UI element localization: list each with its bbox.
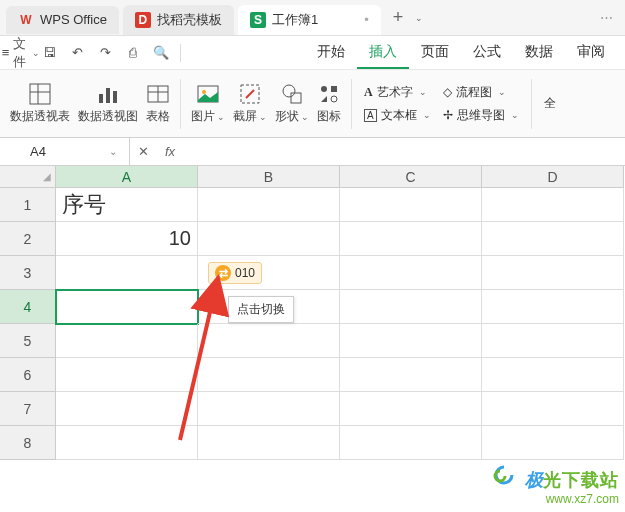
tab-review[interactable]: 审阅	[565, 37, 617, 69]
tab-close-icon[interactable]: •	[364, 12, 369, 27]
cell-D7[interactable]	[482, 392, 624, 426]
cell-A5[interactable]	[56, 324, 198, 358]
save-button[interactable]: 🖫	[36, 40, 62, 66]
flowchart-label: 流程图	[456, 84, 492, 101]
picture-label: 图片⌄	[191, 108, 225, 125]
formula-input[interactable]	[183, 144, 625, 159]
app-tab-label: WPS Office	[40, 12, 107, 27]
flowchart-button[interactable]: ◇ 流程图⌄	[439, 82, 523, 103]
row-header-8[interactable]: 8	[0, 426, 56, 460]
col-header-B[interactable]: B	[198, 166, 340, 188]
cell-C7[interactable]	[340, 392, 482, 426]
tab-start[interactable]: 开始	[305, 37, 357, 69]
wordart-label: 艺术字	[377, 84, 413, 101]
formula-bar: A4 ✕ fx	[0, 138, 625, 166]
tab-formula[interactable]: 公式	[461, 37, 513, 69]
watermark-swirl-icon	[490, 464, 518, 491]
cell-C1[interactable]	[340, 188, 482, 222]
tab-data[interactable]: 数据	[513, 37, 565, 69]
fx-button[interactable]: fx	[157, 144, 183, 159]
smart-tag-popup[interactable]: ⇄ 010	[208, 262, 262, 284]
icon-button[interactable]: 图标	[315, 80, 343, 127]
tab-insert[interactable]: 插入	[357, 37, 409, 69]
cell-D5[interactable]	[482, 324, 624, 358]
ribbon-separator	[180, 79, 181, 129]
workbook-tab[interactable]: S 工作簿1 •	[238, 5, 381, 35]
row-header-5[interactable]: 5	[0, 324, 56, 358]
cell-A2[interactable]: 10	[56, 222, 198, 256]
cell-B5[interactable]	[198, 324, 340, 358]
all-button[interactable]: 全	[540, 93, 560, 114]
cell-D6[interactable]	[482, 358, 624, 392]
svg-rect-5	[113, 91, 117, 103]
name-box[interactable]: A4	[0, 138, 130, 165]
shapes-button[interactable]: 形状⌄	[273, 80, 311, 127]
watermark-brand-rest: 光下载站	[543, 470, 619, 490]
cell-D3[interactable]	[482, 256, 624, 290]
cell-A4[interactable]	[56, 290, 198, 324]
cell-D1[interactable]	[482, 188, 624, 222]
table-button[interactable]: 表格	[144, 80, 172, 127]
flowchart-icon: ◇	[443, 85, 452, 99]
col-header-A[interactable]: A	[56, 166, 198, 188]
row-header-1[interactable]: 1	[0, 188, 56, 222]
row-header-6[interactable]: 6	[0, 358, 56, 392]
cell-C6[interactable]	[340, 358, 482, 392]
template-tab[interactable]: D 找稻壳模板	[123, 5, 234, 35]
cell-B1[interactable]	[198, 188, 340, 222]
row-header-2[interactable]: 2	[0, 222, 56, 256]
cell-C4[interactable]	[340, 290, 482, 324]
cell-A1[interactable]: 序号	[56, 188, 198, 222]
cell-D4[interactable]	[482, 290, 624, 324]
row-header-3[interactable]: 3	[0, 256, 56, 290]
screenshot-button[interactable]: 截屏⌄	[231, 80, 269, 127]
cell-A8[interactable]	[56, 426, 198, 460]
tab-overflow-icon[interactable]: ⋯	[592, 10, 621, 25]
cell-A7[interactable]	[56, 392, 198, 426]
pivot-chart-icon	[96, 82, 120, 106]
smart-tag-icon: ⇄	[215, 265, 231, 281]
pivot-table-button[interactable]: 数据透视表	[8, 80, 72, 127]
wordart-button[interactable]: A 艺术字⌄	[360, 82, 435, 103]
redo-button[interactable]: ↷	[92, 40, 118, 66]
icon-label: 图标	[317, 108, 341, 125]
col-header-D[interactable]: D	[482, 166, 624, 188]
undo-button[interactable]: ↶	[64, 40, 90, 66]
textbox-button[interactable]: A 文本框⌄	[360, 105, 435, 126]
app-tab[interactable]: W WPS Office	[6, 6, 119, 34]
print-button[interactable]: ⎙	[120, 40, 146, 66]
cell-C5[interactable]	[340, 324, 482, 358]
row-header-4[interactable]: 4	[0, 290, 56, 324]
pivot-chart-button[interactable]: 数据透视图	[76, 80, 140, 127]
cell-B8[interactable]	[198, 426, 340, 460]
cell-B6[interactable]	[198, 358, 340, 392]
cancel-formula-button[interactable]: ✕	[130, 144, 157, 159]
cell-A3[interactable]	[56, 256, 198, 290]
print-icon: ⎙	[129, 45, 137, 60]
wps-logo-icon: W	[18, 12, 34, 28]
print-preview-button[interactable]: 🔍	[148, 40, 174, 66]
svg-rect-4	[106, 88, 110, 103]
row-header-7[interactable]: 7	[0, 392, 56, 426]
cell-B2[interactable]	[198, 222, 340, 256]
col-header-C[interactable]: C	[340, 166, 482, 188]
select-all-corner[interactable]: ◢	[0, 166, 56, 188]
cell-D2[interactable]	[482, 222, 624, 256]
cell-D8[interactable]	[482, 426, 624, 460]
svg-point-17	[331, 96, 337, 102]
cell-C2[interactable]	[340, 222, 482, 256]
cell-A6[interactable]	[56, 358, 198, 392]
cell-B7[interactable]	[198, 392, 340, 426]
cell-C8[interactable]	[340, 426, 482, 460]
cell-C3[interactable]	[340, 256, 482, 290]
tab-page[interactable]: 页面	[409, 37, 461, 69]
add-tab-button[interactable]: +	[383, 7, 414, 28]
mindmap-button[interactable]: ✢ 思维导图⌄	[439, 105, 523, 126]
row-1: 1 序号	[0, 188, 625, 222]
app-menu-button[interactable]: ≡ 文件 ⌄	[8, 40, 34, 66]
file-label: 文件	[13, 35, 26, 71]
table-icon	[146, 82, 170, 106]
add-tab-dropdown-icon[interactable]: ⌄	[415, 13, 423, 23]
picture-button[interactable]: 图片⌄	[189, 80, 227, 127]
undo-icon: ↶	[72, 45, 83, 60]
